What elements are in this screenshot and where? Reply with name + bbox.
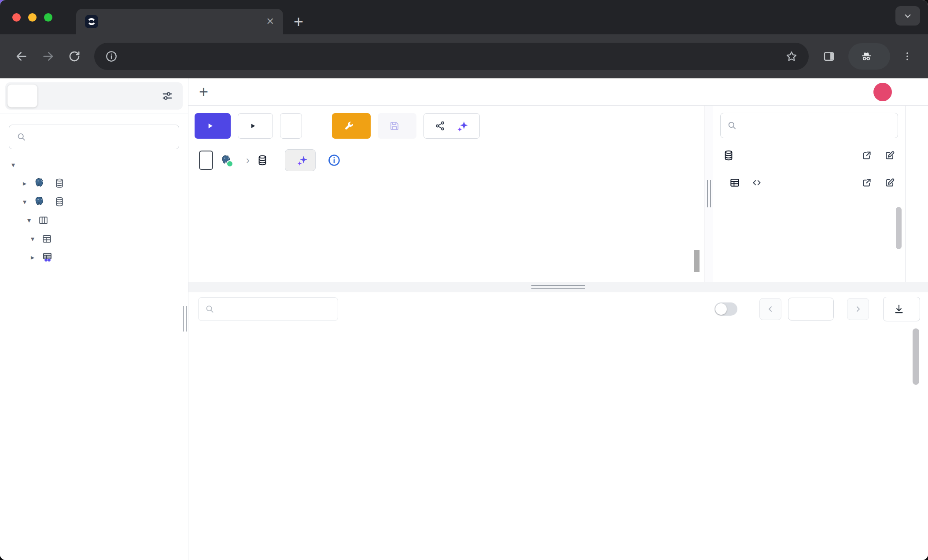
- tab-search-button[interactable]: [895, 6, 920, 26]
- save-button[interactable]: [378, 113, 416, 139]
- new-query-tab-button[interactable]: +: [199, 84, 208, 100]
- results-search-input[interactable]: [220, 303, 331, 315]
- edit-icon[interactable]: [884, 177, 895, 188]
- tree-node-test-database[interactable]: ▸: [0, 174, 188, 192]
- editor-pane: ›: [188, 106, 704, 282]
- sliders-icon: [161, 90, 173, 102]
- edit-icon[interactable]: [884, 150, 895, 161]
- tree-node-views[interactable]: ▸: [0, 248, 188, 266]
- table-icon: [729, 177, 740, 188]
- column-list: [713, 197, 905, 282]
- macos-traffic-lights: [8, 13, 59, 22]
- minimize-window-button[interactable]: [28, 13, 37, 22]
- avatar[interactable]: [873, 83, 892, 101]
- open-external-icon[interactable]: [861, 177, 873, 188]
- schema-filter[interactable]: [720, 113, 898, 138]
- browser-tabstrip: ✕ +: [0, 0, 928, 34]
- sidebar-resize-handle[interactable]: [183, 306, 187, 332]
- caret-down-icon[interactable]: ▾: [25, 216, 33, 225]
- connection-info-icon[interactable]: [327, 153, 341, 167]
- search-icon: [16, 131, 26, 143]
- download-icon: [893, 303, 905, 315]
- schema-filter-input[interactable]: [743, 120, 891, 132]
- table-icon: [41, 233, 52, 244]
- open-external-icon[interactable]: [861, 150, 873, 161]
- tree-settings-button[interactable]: [161, 90, 173, 102]
- share-button[interactable]: [423, 113, 480, 139]
- code-icon[interactable]: [751, 177, 762, 188]
- browser-toolbar: [0, 34, 928, 78]
- tab-project[interactable]: [7, 85, 37, 107]
- close-tab-icon[interactable]: ✕: [266, 16, 274, 27]
- tree-node-project[interactable]: ▾: [0, 155, 188, 174]
- side-tab-strip: [905, 106, 928, 282]
- database-icon: [723, 150, 734, 161]
- bookmark-star-icon[interactable]: [785, 50, 798, 63]
- query-toolbar: [188, 106, 704, 146]
- schema-database-row[interactable]: [713, 143, 905, 168]
- results-table: [196, 326, 920, 538]
- caret-down-icon[interactable]: ▾: [28, 235, 37, 243]
- main-panel: +: [188, 78, 928, 560]
- editor-split: ›: [188, 106, 928, 282]
- sidebar-header: [0, 78, 188, 114]
- prev-page-button[interactable]: [759, 298, 781, 320]
- incognito-icon: [860, 50, 873, 63]
- database-icon: [54, 196, 65, 207]
- next-page-button[interactable]: [847, 298, 869, 320]
- browser-tab[interactable]: ✕: [76, 9, 283, 34]
- site-info-icon[interactable]: [105, 50, 118, 63]
- browser-window: ✕ +: [0, 0, 928, 560]
- reload-button[interactable]: [63, 44, 86, 68]
- forward-button[interactable]: [36, 44, 60, 68]
- caret-down-icon[interactable]: ▾: [20, 198, 29, 206]
- postgres-icon: [33, 177, 45, 189]
- chevron-down-icon: [902, 10, 913, 22]
- drag-handle[interactable]: [707, 180, 711, 207]
- address-bar[interactable]: [94, 43, 809, 70]
- side-panel-button[interactable]: [817, 44, 841, 69]
- panel-resize-divider[interactable]: [704, 106, 713, 282]
- schema-icon: [38, 215, 49, 226]
- results-search[interactable]: [198, 297, 338, 321]
- caret-right-icon[interactable]: ▸: [28, 253, 37, 262]
- results-pane: [188, 292, 928, 538]
- results-scrollbar[interactable]: [913, 328, 919, 385]
- caret-down-icon[interactable]: ▾: [9, 161, 18, 169]
- ai-sparkles-icon: [297, 155, 308, 166]
- drag-handle[interactable]: [531, 285, 585, 289]
- database-search[interactable]: [9, 125, 179, 149]
- explain-button[interactable]: [238, 113, 273, 139]
- format-button[interactable]: [280, 113, 302, 139]
- maximize-window-button[interactable]: [44, 13, 52, 22]
- export-button[interactable]: [883, 297, 920, 321]
- editor-tabbar: +: [188, 78, 928, 106]
- connection-breadcrumb: ›: [188, 146, 704, 174]
- tab-instance[interactable]: [37, 85, 67, 107]
- search-icon: [205, 303, 215, 315]
- schema-table-row[interactable]: [713, 168, 905, 197]
- run-button[interactable]: [195, 113, 231, 139]
- chevron-right-icon: [853, 304, 863, 314]
- database-search-input[interactable]: [32, 131, 172, 143]
- back-button[interactable]: [10, 44, 33, 68]
- schema-scrollbar[interactable]: [896, 207, 902, 249]
- admin-mode-button[interactable]: [332, 113, 371, 139]
- results-resize-divider[interactable]: [188, 282, 928, 292]
- tree-node-tables[interactable]: ▾: [0, 229, 188, 248]
- browser-menu-button[interactable]: [896, 44, 918, 68]
- vertical-display-toggle[interactable]: [714, 302, 737, 316]
- caret-right-icon[interactable]: ▸: [20, 179, 29, 188]
- page-number-field[interactable]: [788, 298, 834, 321]
- batch-button[interactable]: [285, 149, 316, 171]
- pagination: [759, 298, 869, 321]
- new-tab-button[interactable]: +: [294, 13, 303, 30]
- close-window-button[interactable]: [12, 13, 21, 22]
- sidebar-tab-switcher: [5, 82, 183, 110]
- editor-scrollbar[interactable]: [694, 250, 700, 272]
- sql-editor[interactable]: [188, 174, 704, 282]
- tree-node-prod-database[interactable]: ▾: [0, 192, 188, 211]
- tree-node-schema-public[interactable]: ▾: [0, 211, 188, 229]
- schema-panel: [713, 106, 905, 282]
- page-number-input[interactable]: [788, 298, 833, 320]
